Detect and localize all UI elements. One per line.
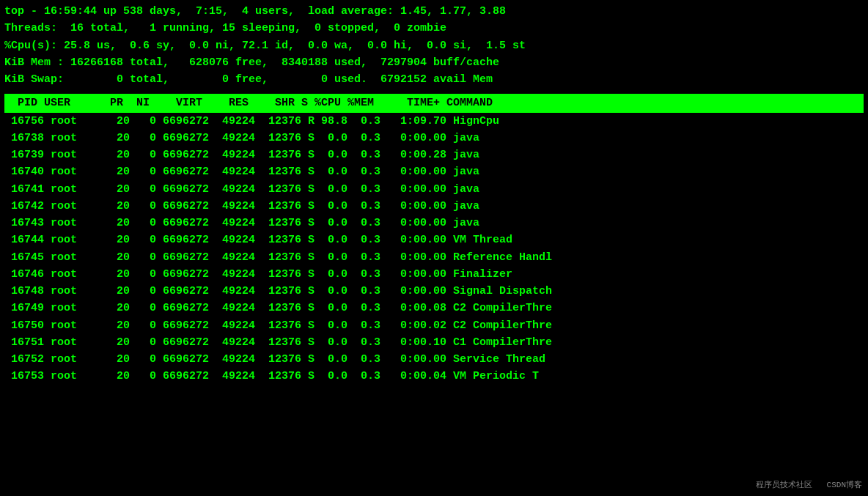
top-line1: top - 16:59:44 up 538 days, 7:15, 4 user… [4, 3, 864, 20]
table-row: 16740 root 20 0 6696272 49224 12376 S 0.… [4, 163, 864, 180]
table-row: 16741 root 20 0 6696272 49224 12376 S 0.… [4, 181, 864, 198]
table-row: 16746 root 20 0 6696272 49224 12376 S 0.… [4, 266, 864, 283]
table-row: 16745 root 20 0 6696272 49224 12376 S 0.… [4, 249, 864, 266]
top-line5: KiB Swap: 0 total, 0 free, 0 used. 67921… [4, 71, 864, 88]
table-row: 16744 root 20 0 6696272 49224 12376 S 0.… [4, 232, 864, 248]
table-row: 16756 root 20 0 6696272 49224 12376 R 98… [4, 113, 864, 130]
terminal: top - 16:59:44 up 538 days, 7:15, 4 user… [0, 0, 868, 388]
table-row: 16743 root 20 0 6696272 49224 12376 S 0.… [4, 215, 864, 232]
table-row: 16739 root 20 0 6696272 49224 12376 S 0.… [4, 147, 864, 163]
header-section: top - 16:59:44 up 538 days, 7:15, 4 user… [4, 3, 864, 88]
table-row: 16751 root 20 0 6696272 49224 12376 S 0.… [4, 334, 864, 351]
table-row: 16750 root 20 0 6696272 49224 12376 S 0.… [4, 317, 864, 334]
watermark: 程序员技术社区 CSDN博客 [756, 479, 862, 490]
table-row: 16742 root 20 0 6696272 49224 12376 S 0.… [4, 198, 864, 215]
top-line3: %Cpu(s): 25.8 us, 0.6 sy, 0.0 ni, 72.1 i… [4, 37, 864, 54]
table-row: 16748 root 20 0 6696272 49224 12376 S 0.… [4, 283, 864, 300]
table-row: 16753 root 20 0 6696272 49224 12376 S 0.… [4, 368, 864, 385]
table-row: 16738 root 20 0 6696272 49224 12376 S 0.… [4, 130, 864, 147]
table-header: PID USER PR NI VIRT RES SHR S %CPU %MEM … [4, 94, 864, 112]
table-row: 16749 root 20 0 6696272 49224 12376 S 0.… [4, 300, 864, 317]
table-row: 16752 root 20 0 6696272 49224 12376 S 0.… [4, 351, 864, 368]
table-body: 16756 root 20 0 6696272 49224 12376 R 98… [4, 113, 864, 385]
top-line2: Threads: 16 total, 1 running, 15 sleepin… [4, 20, 864, 37]
top-line4: KiB Mem : 16266168 total, 628076 free, 8… [4, 54, 864, 71]
